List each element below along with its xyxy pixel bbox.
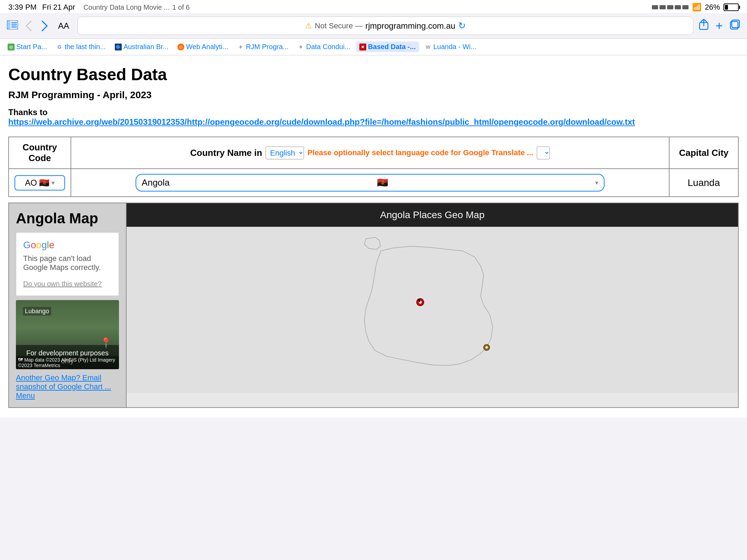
bookmark-google[interactable]: G the last thin... <box>53 41 109 52</box>
bookmark-label-web: Web Analyti... <box>186 43 228 51</box>
menu-link[interactable]: Menu <box>16 391 35 400</box>
progress-bar <box>652 5 689 9</box>
street-map-label: Lubango <box>23 307 51 316</box>
bookmark-favicon-rjm: ✈ <box>237 44 244 50</box>
battery-fill <box>725 5 728 10</box>
bookmark-luanda[interactable]: W Luanda - Wi... <box>421 41 480 52</box>
bookmark-based-data[interactable]: ✖ Based Data -... <box>356 41 419 52</box>
back-button[interactable] <box>24 18 34 34</box>
address-bar[interactable]: ⚠ Not Secure — rjmprogramming.com.au ↻ <box>77 17 693 35</box>
another-text: Another <box>16 373 43 382</box>
col-header-capital-city: Capital City <box>669 137 738 169</box>
capital-city-cell: Luanda <box>669 169 738 197</box>
map-marker-luanda <box>417 299 424 306</box>
tabs-button[interactable] <box>730 19 740 32</box>
aa-reader-button[interactable]: AA <box>55 20 72 32</box>
share-button[interactable] <box>699 19 709 32</box>
country-code-chevron: ▾ <box>52 179 55 187</box>
bookmark-label-rjm: RJM Progra... <box>246 43 288 51</box>
country-name-chevron: ▾ <box>595 179 598 187</box>
navigation-bar: AA ⚠ Not Secure — rjmprogramming.com.au … <box>0 13 747 39</box>
page-title: Country Based Data <box>8 65 739 84</box>
google-letter-g2: g <box>42 240 47 250</box>
bookmark-label-google: the last thin... <box>65 43 106 51</box>
progress-seg-2 <box>660 5 666 9</box>
page-content: Country Based Data RJM Programming - Apr… <box>0 55 747 418</box>
svg-rect-9 <box>327 227 538 393</box>
country-code-select[interactable]: AO 🇦🇴 ▾ <box>15 175 65 190</box>
map-section: Angola Map Google This page can't load G… <box>8 203 739 408</box>
country-name-cell: Angola 🇦🇴 ▾ <box>71 169 669 197</box>
status-bar: 3:39 PM Fri 21 Apr Country Data Long Mov… <box>0 0 747 13</box>
street-map-pin: 📍 <box>100 337 112 348</box>
bookmark-data-condui[interactable]: ✈ Data Condui... <box>294 41 354 52</box>
language-hint-text: Please optionally select language code f… <box>307 148 533 157</box>
reload-button[interactable]: ↻ <box>458 20 466 31</box>
time: 3:39 PM <box>8 3 37 12</box>
country-name-in-label: Country Name in <box>190 148 262 158</box>
not-secure-text: Not Secure — <box>315 21 362 30</box>
bookmark-web-analytics[interactable]: ◎ Web Analyti... <box>174 41 232 52</box>
street-map-preview: Lubango For development purposes only 📍 … <box>16 300 119 369</box>
bookmark-favicon-datacondui: ✈ <box>297 44 304 50</box>
google-error-box: Google This page can't load Google Maps … <box>16 232 119 296</box>
progress-seg-3 <box>667 5 673 9</box>
geo-link[interactable]: Geo <box>45 373 61 382</box>
bookmark-label-aus: Australian Br... <box>123 43 168 51</box>
geo-link-text: Geo <box>45 373 59 382</box>
country-name-value: Angola <box>142 177 170 188</box>
map-right: Angola Places Geo Map <box>127 203 738 407</box>
bookmark-favicon-luanda: W <box>425 44 432 50</box>
bookmarks-bar: ⊛ Start Pa... G the last thin... 🔷 Austr… <box>0 39 747 55</box>
country-code-value: AO <box>25 178 37 188</box>
progress-seg-4 <box>675 5 681 9</box>
svg-rect-1 <box>7 20 10 29</box>
google-error-message: This page can't load Google Maps correct… <box>23 254 112 272</box>
sidebar-toggle-button[interactable] <box>7 20 18 32</box>
page-subtitle: RJM Programming - April, 2023 <box>8 90 739 101</box>
language-select-english[interactable]: English <box>266 147 304 159</box>
map-link[interactable]: Map? <box>61 373 82 382</box>
map-marker-south <box>483 344 489 350</box>
thanks-text: Thanks to <box>8 108 47 117</box>
bookmark-rjm[interactable]: ✈ RJM Progra... <box>234 41 292 52</box>
google-logo: Google <box>23 240 112 251</box>
col-header-country-code: Country Code <box>9 137 71 169</box>
google-letter-e: e <box>49 240 55 250</box>
map-link-text: Map? <box>61 373 80 382</box>
status-left: 3:39 PM Fri 21 Apr Country Data Long Mov… <box>8 3 190 12</box>
language-select-google-translate[interactable] <box>537 147 550 159</box>
status-right: 📶 26% <box>652 3 739 12</box>
new-tab-button[interactable]: + <box>716 19 723 33</box>
bookmark-start-page[interactable]: ⊛ Start Pa... <box>4 41 50 52</box>
map-footer-links: Another Geo Map? Email snapshot of Googl… <box>16 373 119 400</box>
another-geo-link[interactable]: Another <box>16 373 45 382</box>
col-header-country-name: Country Name in English Please optionall… <box>71 137 669 169</box>
progress-seg-1 <box>652 5 658 9</box>
country-code-cell: AO 🇦🇴 ▾ <box>9 169 71 197</box>
bookmark-label-start: Start Pa... <box>16 43 47 51</box>
angola-map-svg <box>127 227 738 393</box>
country-flag: 🇦🇴 <box>39 178 49 188</box>
bookmark-favicon-start: ⊛ <box>8 44 15 50</box>
google-error-link[interactable]: Do you own this website? <box>23 280 102 288</box>
menu-link-text: Menu <box>16 391 35 400</box>
url-text: rjmprogramming.com.au <box>366 21 455 31</box>
table-row: AO 🇦🇴 ▾ Angola 🇦🇴 ▾ Luanda <box>9 169 738 197</box>
bookmark-label-datacondui: Data Condui... <box>306 43 350 51</box>
bookmark-favicon-google: G <box>56 44 63 50</box>
map-attribution: 🗺 Map data ©2023 AfriGIS (Pty) Ltd Image… <box>18 357 115 368</box>
svg-point-15 <box>486 346 488 349</box>
svg-rect-12 <box>418 301 420 302</box>
google-letter-o2: o <box>36 240 42 250</box>
not-secure-label: ⚠ <box>305 21 312 30</box>
google-letter-g: G <box>23 240 31 250</box>
country-name-select[interactable]: Angola 🇦🇴 ▾ <box>136 174 605 192</box>
bookmark-australian-br[interactable]: 🔷 Australian Br... <box>111 41 172 52</box>
bookmark-favicon-baseddata: ✖ <box>359 44 366 50</box>
bookmark-label-luanda: Luanda - Wi... <box>433 43 477 51</box>
thanks-link[interactable]: https://web.archive.org/web/201503190123… <box>8 117 739 127</box>
forward-button[interactable] <box>39 18 50 34</box>
map-left: Angola Map Google This page can't load G… <box>9 203 127 407</box>
country-name-header-content: Country Name in English Please optionall… <box>77 147 663 159</box>
